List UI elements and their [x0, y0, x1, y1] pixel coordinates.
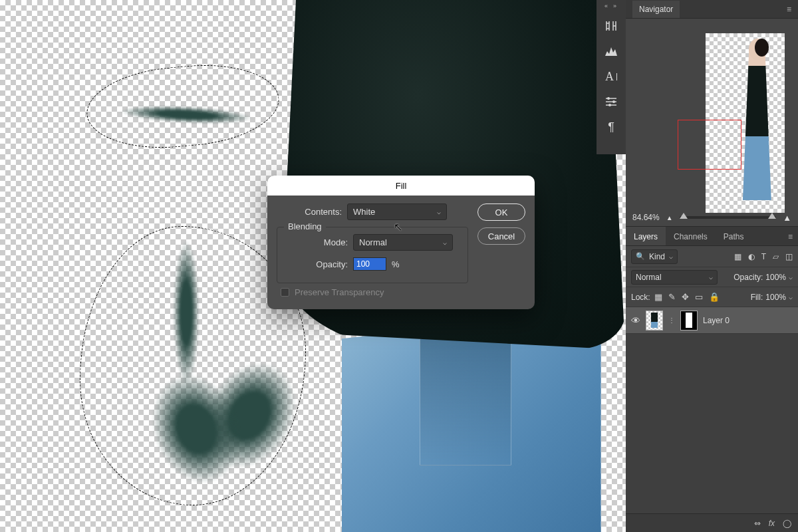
histogram-icon[interactable]	[600, 39, 622, 64]
zoom-slider-max-handle[interactable]	[768, 213, 776, 219]
navigator-viewport-box[interactable]	[678, 120, 741, 170]
lasso-selection[interactable]	[83, 59, 282, 155]
lock-position-icon[interactable]: ✥	[682, 292, 689, 302]
right-panels: Navigator ≡ 84.64% ▲ ▲ Layers Channels P…	[626, 0, 798, 532]
navigator-subject-hair	[755, 39, 769, 57]
zoom-value[interactable]: 84.64%	[632, 213, 660, 222]
layer-fill-label: Fill:	[751, 293, 763, 302]
layer-filter-row: 🔍 Kind ⌵ ▦ ◐ T ▱ ◫	[626, 246, 798, 267]
layer-name[interactable]: Layer 0	[703, 316, 730, 325]
lock-artboard-icon[interactable]: ▭	[695, 292, 703, 302]
panel-expand-icon[interactable]: »	[613, 3, 618, 9]
tab-navigator[interactable]: Navigator	[632, 1, 680, 18]
layers-footer: ⇔ fx ◯	[626, 513, 798, 532]
filter-type-icon[interactable]: T	[761, 252, 766, 261]
tab-paths[interactable]: Paths	[716, 227, 752, 245]
layer-blend-row: Normal ⌵ Opacity: 100% ⌵	[626, 267, 798, 287]
layer-fx-icon[interactable]: fx	[769, 519, 775, 528]
character-panel-icon[interactable]: A	[600, 64, 622, 89]
collapsed-panel-strip: « » A ¶	[597, 0, 626, 154]
navigator-menu-icon[interactable]: ≡	[787, 5, 791, 14]
navigator-tab-row: Navigator ≡	[626, 0, 798, 19]
mask-link-icon[interactable]: ⋮	[668, 317, 675, 324]
opacity-label: Opacity:	[283, 259, 348, 269]
zoom-slider[interactable]	[680, 216, 777, 219]
mode-select[interactable]: Normal ⌵	[353, 234, 453, 251]
blending-fieldset: Blending Mode: Normal ⌵ Opacity: %	[277, 227, 468, 283]
chevron-down-icon: ⌵	[669, 253, 673, 260]
preserve-transparency-label: Preserve Transparency	[295, 287, 384, 297]
fill-dialog: Fill Contents: White ⌵ Blending Mode: No…	[267, 176, 535, 309]
preserve-transparency-checkbox[interactable]	[281, 288, 289, 297]
opacity-suffix: %	[392, 259, 400, 269]
filter-shape-icon[interactable]: ▱	[773, 252, 779, 261]
navigator-subject	[741, 48, 773, 201]
chevron-down-icon: ⌵	[437, 208, 441, 215]
adjustments-icon[interactable]	[600, 89, 622, 114]
contents-value: White	[353, 207, 375, 217]
layer-filter-kind-select[interactable]: 🔍 Kind ⌵	[631, 249, 678, 264]
layer-opacity-value[interactable]: 100%	[765, 273, 786, 282]
chevron-down-icon[interactable]: ⌵	[789, 273, 793, 281]
dialog-title: Fill	[267, 176, 535, 196]
link-layers-icon[interactable]: ⇔	[754, 519, 761, 528]
layer-visibility-icon[interactable]: 👁	[631, 315, 640, 326]
panel-collapse-icon[interactable]: «	[604, 3, 609, 9]
lock-label: Lock:	[631, 293, 650, 302]
preserve-transparency-row: Preserve Transparency	[281, 287, 468, 297]
mode-value: Normal	[359, 237, 387, 247]
ok-button[interactable]: OK	[477, 203, 525, 221]
svg-point-0	[607, 97, 610, 100]
svg-point-2	[608, 104, 611, 106]
tab-layers[interactable]: Layers	[626, 227, 666, 245]
layer-lock-row: Lock: ▦ ✎ ✥ ▭ 🔒 Fill: 100% ⌵	[626, 287, 798, 307]
mode-label: Mode:	[283, 237, 348, 247]
search-icon: 🔍	[636, 252, 645, 261]
zoom-slider-min-handle[interactable]	[680, 213, 688, 219]
layer-row-layer0[interactable]: 👁 ⋮ Layer 0	[626, 307, 798, 334]
zoom-in-icon[interactable]: ▲	[783, 213, 791, 223]
layer-fill-value[interactable]: 100%	[765, 293, 786, 302]
lock-pixels-icon[interactable]: ✎	[668, 292, 676, 302]
layer-mask-thumbnail[interactable]	[680, 311, 698, 331]
paragraph-panel-icon[interactable]: ¶	[600, 114, 622, 140]
tab-channels[interactable]: Channels	[666, 227, 716, 245]
blend-mode-select[interactable]: Normal ⌵	[631, 270, 718, 285]
zoom-out-icon[interactable]: ▲	[666, 214, 673, 221]
navigator-preview[interactable]	[706, 33, 785, 213]
svg-point-1	[612, 100, 615, 103]
cancel-button[interactable]: Cancel	[477, 227, 525, 245]
chevron-down-icon: ⌵	[709, 273, 713, 281]
lock-transparency-icon[interactable]: ▦	[654, 292, 662, 302]
blend-mode-value: Normal	[636, 273, 662, 282]
layers-menu-icon[interactable]: ≡	[783, 227, 798, 245]
navigator-panel	[626, 19, 798, 209]
blending-legend: Blending	[284, 221, 326, 231]
contents-select[interactable]: White ⌵	[347, 203, 447, 220]
layer-thumbnail[interactable]	[646, 311, 663, 331]
filter-pixel-icon[interactable]: ▦	[734, 252, 741, 261]
layer-filter-kind-label: Kind	[649, 252, 665, 261]
layer-opacity-label: Opacity:	[733, 273, 763, 282]
filter-adjust-icon[interactable]: ◐	[748, 252, 755, 261]
lock-all-icon[interactable]: 🔒	[709, 292, 720, 302]
chevron-down-icon[interactable]: ⌵	[789, 293, 793, 301]
brush-settings-icon[interactable]	[600, 13, 622, 39]
opacity-input[interactable]	[353, 257, 386, 271]
layer-filter-icons: ▦ ◐ T ▱ ◫	[734, 252, 793, 261]
contents-label: Contents:	[277, 207, 342, 217]
add-mask-icon[interactable]: ◯	[783, 519, 791, 528]
filter-smart-icon[interactable]: ◫	[785, 252, 793, 261]
layers-tabs-row: Layers Channels Paths ≡	[626, 226, 798, 246]
chevron-down-icon: ⌵	[443, 239, 447, 246]
layers-empty-area[interactable]	[626, 334, 798, 513]
